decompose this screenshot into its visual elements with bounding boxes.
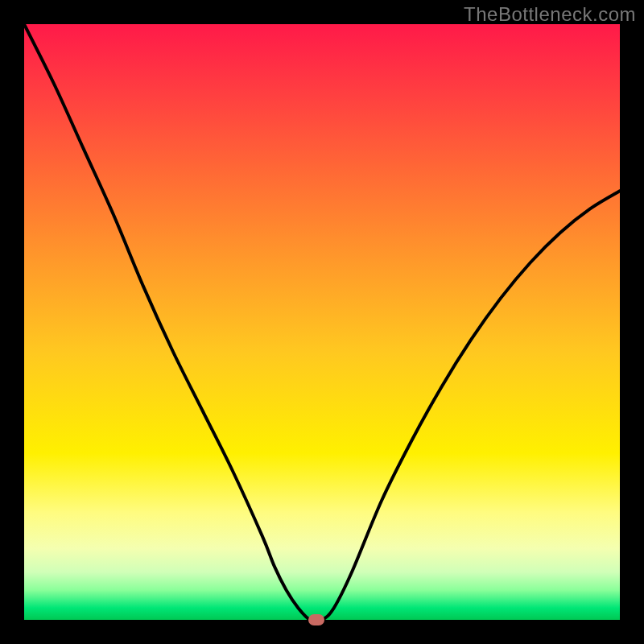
chart-frame: TheBottleneck.com xyxy=(0,0,644,644)
optimal-marker xyxy=(308,614,324,625)
curve-path xyxy=(24,24,620,620)
plot-area xyxy=(24,24,620,620)
bottleneck-curve xyxy=(24,24,620,620)
watermark-text: TheBottleneck.com xyxy=(464,3,636,26)
